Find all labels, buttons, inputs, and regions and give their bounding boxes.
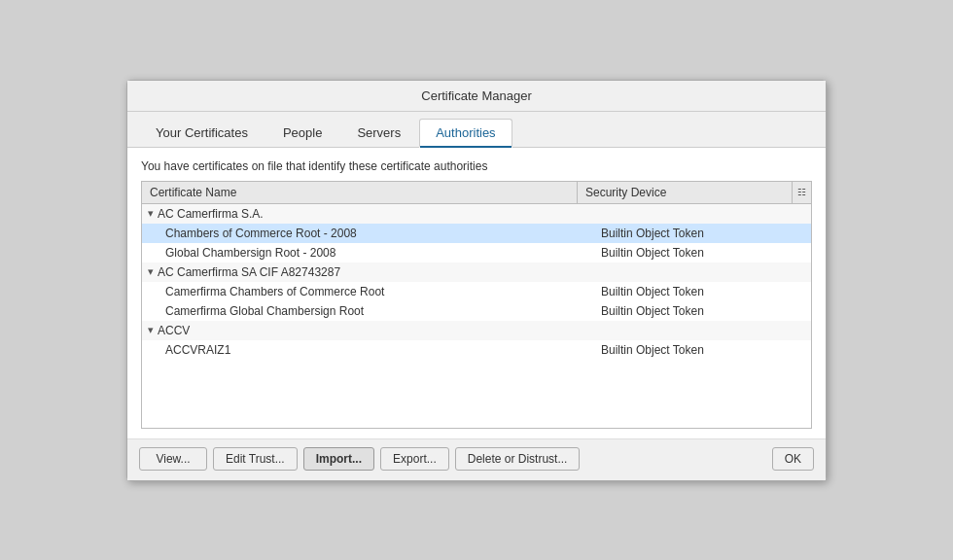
cert-name: Camerfirma Global Chambersign Root (165, 304, 601, 318)
certificate-table: Certificate Name Security Device ☷ ▾ AC … (141, 181, 812, 429)
cert-device: Builtin Object Token (601, 246, 805, 260)
table-row[interactable]: ACCVRAIZ1 Builtin Object Token (142, 340, 811, 360)
table-row[interactable]: Global Chambersign Root - 2008 Builtin O… (142, 243, 811, 262)
tabs-container: Your Certificates People Servers Authori… (127, 112, 826, 148)
export-button[interactable]: Export... (380, 447, 449, 471)
import-button[interactable]: Import... (303, 447, 374, 471)
cert-device: Builtin Object Token (601, 227, 805, 240)
tab-authorities[interactable]: Authorities (419, 119, 512, 148)
description-text: You have certificates on file that ident… (141, 159, 812, 173)
cert-name: Chambers of Commerce Root - 2008 (165, 227, 601, 240)
group-name: AC Camerfirma SA CIF A82743287 (158, 265, 340, 279)
cert-device: Builtin Object Token (601, 343, 805, 357)
table-row[interactable]: Camerfirma Chambers of Commerce Root Bui… (142, 282, 811, 301)
certificate-list[interactable]: ▾ AC Camerfirma S.A. Chambers of Commerc… (142, 204, 811, 428)
group-name: ACCV (158, 324, 190, 337)
content-area: You have certificates on file that ident… (127, 148, 826, 438)
table-row[interactable]: Camerfirma Global Chambersign Root Built… (142, 301, 811, 321)
group-header-accv[interactable]: ▾ ACCV (142, 321, 811, 340)
expand-arrow-icon: ▾ (148, 324, 154, 336)
buttons-area: View... Edit Trust... Import... Export..… (127, 438, 826, 480)
tab-servers[interactable]: Servers (340, 119, 417, 148)
col-header-cert-name: Certificate Name (142, 182, 578, 203)
expand-arrow-icon: ▾ (148, 265, 154, 278)
table-header: Certificate Name Security Device ☷ (142, 182, 811, 204)
tab-your-certificates[interactable]: Your Certificates (139, 119, 265, 148)
table-options-icon[interactable]: ☷ (792, 182, 811, 203)
cert-device: Builtin Object Token (601, 285, 805, 298)
group-header-ac-camerfirma-sa[interactable]: ▾ AC Camerfirma S.A. (142, 204, 811, 224)
delete-distrust-button[interactable]: Delete or Distrust... (455, 447, 581, 471)
dialog-title-text: Certificate Manager (421, 88, 531, 103)
ok-button[interactable]: OK (772, 447, 814, 471)
cert-name: Global Chambersign Root - 2008 (165, 246, 601, 260)
certificate-manager-dialog: Certificate Manager Your Certificates Pe… (126, 80, 827, 481)
expand-arrow-icon: ▾ (148, 207, 154, 220)
edit-trust-button[interactable]: Edit Trust... (213, 447, 298, 471)
cert-name: ACCVRAIZ1 (165, 343, 601, 357)
dialog-title: Certificate Manager (127, 81, 826, 112)
group-name: AC Camerfirma S.A. (158, 207, 264, 221)
view-button[interactable]: View... (139, 447, 207, 471)
cert-name: Camerfirma Chambers of Commerce Root (165, 285, 601, 298)
tab-people[interactable]: People (266, 119, 338, 148)
col-header-security-device: Security Device (578, 182, 792, 203)
group-header-ac-camerfirma-sa-cif[interactable]: ▾ AC Camerfirma SA CIF A82743287 (142, 262, 811, 282)
cert-device: Builtin Object Token (601, 304, 805, 318)
table-row[interactable]: Chambers of Commerce Root - 2008 Builtin… (142, 224, 811, 243)
